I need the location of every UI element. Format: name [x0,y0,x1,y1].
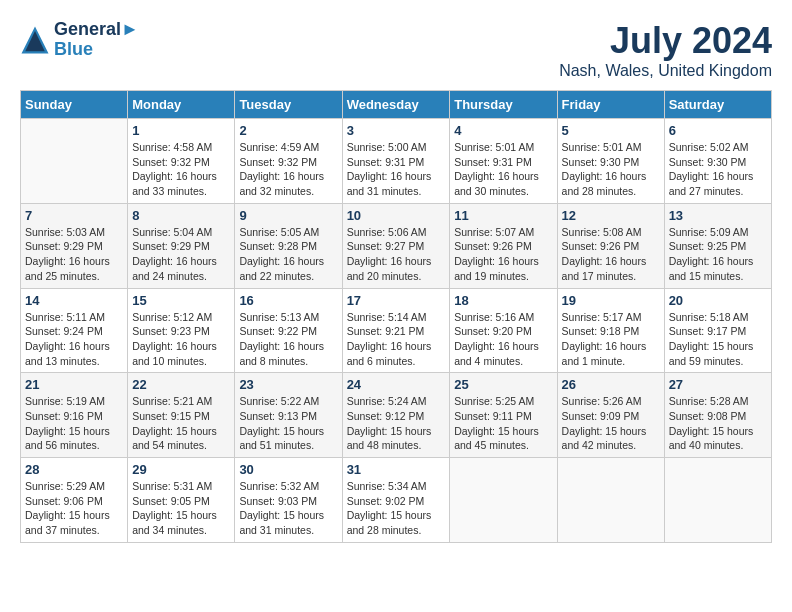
day-info: Sunrise: 4:59 AM Sunset: 9:32 PM Dayligh… [239,140,337,199]
calendar-cell [664,458,771,543]
day-info: Sunrise: 5:19 AM Sunset: 9:16 PM Dayligh… [25,394,123,453]
subtitle: Nash, Wales, United Kingdom [559,62,772,80]
day-info: Sunrise: 5:04 AM Sunset: 9:29 PM Dayligh… [132,225,230,284]
calendar-cell: 16Sunrise: 5:13 AM Sunset: 9:22 PM Dayli… [235,288,342,373]
day-number: 24 [347,377,446,392]
day-number: 3 [347,123,446,138]
day-number: 12 [562,208,660,223]
day-number: 21 [25,377,123,392]
day-number: 28 [25,462,123,477]
calendar-cell: 13Sunrise: 5:09 AM Sunset: 9:25 PM Dayli… [664,203,771,288]
day-info: Sunrise: 5:32 AM Sunset: 9:03 PM Dayligh… [239,479,337,538]
day-info: Sunrise: 5:11 AM Sunset: 9:24 PM Dayligh… [25,310,123,369]
day-number: 31 [347,462,446,477]
day-number: 11 [454,208,552,223]
calendar-header: SundayMondayTuesdayWednesdayThursdayFrid… [21,91,772,119]
day-info: Sunrise: 5:01 AM Sunset: 9:30 PM Dayligh… [562,140,660,199]
logo-icon [20,25,50,55]
calendar-cell: 9Sunrise: 5:05 AM Sunset: 9:28 PM Daylig… [235,203,342,288]
logo-text: General► Blue [54,20,139,60]
col-header-friday: Friday [557,91,664,119]
day-number: 27 [669,377,767,392]
day-number: 8 [132,208,230,223]
calendar-cell: 24Sunrise: 5:24 AM Sunset: 9:12 PM Dayli… [342,373,450,458]
calendar-cell: 11Sunrise: 5:07 AM Sunset: 9:26 PM Dayli… [450,203,557,288]
week-row-2: 7Sunrise: 5:03 AM Sunset: 9:29 PM Daylig… [21,203,772,288]
day-info: Sunrise: 5:00 AM Sunset: 9:31 PM Dayligh… [347,140,446,199]
day-number: 16 [239,293,337,308]
calendar-cell: 8Sunrise: 5:04 AM Sunset: 9:29 PM Daylig… [128,203,235,288]
calendar-cell: 22Sunrise: 5:21 AM Sunset: 9:15 PM Dayli… [128,373,235,458]
week-row-1: 1Sunrise: 4:58 AM Sunset: 9:32 PM Daylig… [21,119,772,204]
col-header-monday: Monday [128,91,235,119]
day-info: Sunrise: 5:03 AM Sunset: 9:29 PM Dayligh… [25,225,123,284]
day-info: Sunrise: 5:06 AM Sunset: 9:27 PM Dayligh… [347,225,446,284]
calendar-cell [450,458,557,543]
day-number: 18 [454,293,552,308]
day-number: 22 [132,377,230,392]
calendar-cell: 25Sunrise: 5:25 AM Sunset: 9:11 PM Dayli… [450,373,557,458]
day-number: 25 [454,377,552,392]
day-info: Sunrise: 5:25 AM Sunset: 9:11 PM Dayligh… [454,394,552,453]
day-info: Sunrise: 5:29 AM Sunset: 9:06 PM Dayligh… [25,479,123,538]
day-info: Sunrise: 5:14 AM Sunset: 9:21 PM Dayligh… [347,310,446,369]
day-info: Sunrise: 5:24 AM Sunset: 9:12 PM Dayligh… [347,394,446,453]
col-header-saturday: Saturday [664,91,771,119]
calendar-cell: 26Sunrise: 5:26 AM Sunset: 9:09 PM Dayli… [557,373,664,458]
day-number: 10 [347,208,446,223]
calendar-cell: 21Sunrise: 5:19 AM Sunset: 9:16 PM Dayli… [21,373,128,458]
calendar-cell: 30Sunrise: 5:32 AM Sunset: 9:03 PM Dayli… [235,458,342,543]
day-info: Sunrise: 5:07 AM Sunset: 9:26 PM Dayligh… [454,225,552,284]
col-header-wednesday: Wednesday [342,91,450,119]
day-number: 30 [239,462,337,477]
day-info: Sunrise: 5:02 AM Sunset: 9:30 PM Dayligh… [669,140,767,199]
day-number: 2 [239,123,337,138]
day-info: Sunrise: 5:12 AM Sunset: 9:23 PM Dayligh… [132,310,230,369]
calendar-cell: 28Sunrise: 5:29 AM Sunset: 9:06 PM Dayli… [21,458,128,543]
day-info: Sunrise: 5:22 AM Sunset: 9:13 PM Dayligh… [239,394,337,453]
day-number: 17 [347,293,446,308]
calendar-cell: 31Sunrise: 5:34 AM Sunset: 9:02 PM Dayli… [342,458,450,543]
title-block: July 2024 Nash, Wales, United Kingdom [559,20,772,80]
day-number: 13 [669,208,767,223]
day-info: Sunrise: 5:17 AM Sunset: 9:18 PM Dayligh… [562,310,660,369]
calendar-cell: 12Sunrise: 5:08 AM Sunset: 9:26 PM Dayli… [557,203,664,288]
header-row: SundayMondayTuesdayWednesdayThursdayFrid… [21,91,772,119]
calendar-cell [557,458,664,543]
calendar-cell: 29Sunrise: 5:31 AM Sunset: 9:05 PM Dayli… [128,458,235,543]
page-header: General► Blue July 2024 Nash, Wales, Uni… [20,20,772,80]
day-number: 14 [25,293,123,308]
calendar-cell: 17Sunrise: 5:14 AM Sunset: 9:21 PM Dayli… [342,288,450,373]
day-info: Sunrise: 5:16 AM Sunset: 9:20 PM Dayligh… [454,310,552,369]
calendar-cell: 20Sunrise: 5:18 AM Sunset: 9:17 PM Dayli… [664,288,771,373]
day-info: Sunrise: 5:09 AM Sunset: 9:25 PM Dayligh… [669,225,767,284]
day-number: 4 [454,123,552,138]
calendar-cell: 18Sunrise: 5:16 AM Sunset: 9:20 PM Dayli… [450,288,557,373]
calendar-cell: 5Sunrise: 5:01 AM Sunset: 9:30 PM Daylig… [557,119,664,204]
week-row-3: 14Sunrise: 5:11 AM Sunset: 9:24 PM Dayli… [21,288,772,373]
day-number: 5 [562,123,660,138]
week-row-4: 21Sunrise: 5:19 AM Sunset: 9:16 PM Dayli… [21,373,772,458]
day-info: Sunrise: 5:34 AM Sunset: 9:02 PM Dayligh… [347,479,446,538]
day-info: Sunrise: 5:08 AM Sunset: 9:26 PM Dayligh… [562,225,660,284]
calendar-cell: 6Sunrise: 5:02 AM Sunset: 9:30 PM Daylig… [664,119,771,204]
day-info: Sunrise: 5:28 AM Sunset: 9:08 PM Dayligh… [669,394,767,453]
day-info: Sunrise: 5:05 AM Sunset: 9:28 PM Dayligh… [239,225,337,284]
day-info: Sunrise: 5:21 AM Sunset: 9:15 PM Dayligh… [132,394,230,453]
day-info: Sunrise: 5:01 AM Sunset: 9:31 PM Dayligh… [454,140,552,199]
calendar-cell: 23Sunrise: 5:22 AM Sunset: 9:13 PM Dayli… [235,373,342,458]
day-number: 15 [132,293,230,308]
week-row-5: 28Sunrise: 5:29 AM Sunset: 9:06 PM Dayli… [21,458,772,543]
day-number: 9 [239,208,337,223]
calendar-cell: 7Sunrise: 5:03 AM Sunset: 9:29 PM Daylig… [21,203,128,288]
day-number: 7 [25,208,123,223]
calendar-cell [21,119,128,204]
calendar-cell: 27Sunrise: 5:28 AM Sunset: 9:08 PM Dayli… [664,373,771,458]
day-number: 1 [132,123,230,138]
logo: General► Blue [20,20,139,60]
day-info: Sunrise: 5:26 AM Sunset: 9:09 PM Dayligh… [562,394,660,453]
calendar-cell: 10Sunrise: 5:06 AM Sunset: 9:27 PM Dayli… [342,203,450,288]
calendar-body: 1Sunrise: 4:58 AM Sunset: 9:32 PM Daylig… [21,119,772,543]
calendar-cell: 3Sunrise: 5:00 AM Sunset: 9:31 PM Daylig… [342,119,450,204]
calendar-cell: 2Sunrise: 4:59 AM Sunset: 9:32 PM Daylig… [235,119,342,204]
